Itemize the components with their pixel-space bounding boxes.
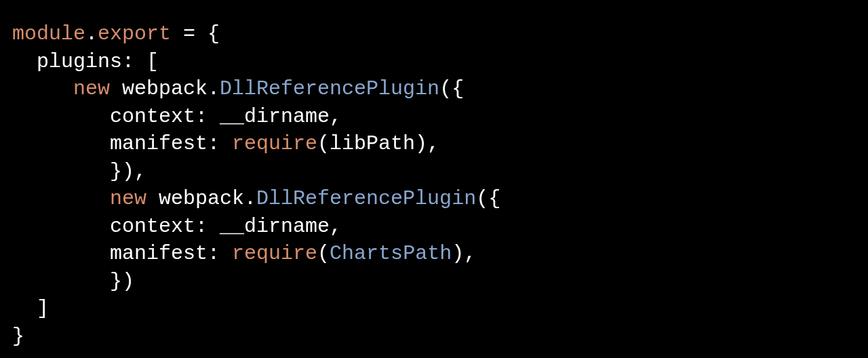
- code-token: webpack.: [110, 77, 220, 100]
- code-token: }): [12, 270, 134, 293]
- code-token: context: __dirname,: [12, 215, 342, 238]
- code-token: [12, 187, 110, 210]
- code-token: (libPath),: [317, 132, 439, 155]
- code-token: context: __dirname,: [12, 105, 342, 128]
- code-token: DllReferencePlugin: [256, 187, 476, 210]
- code-token: ),: [452, 242, 476, 265]
- code-token: module: [12, 22, 85, 45]
- code-token: plugins: [: [12, 50, 159, 73]
- code-token: manifest:: [12, 132, 232, 155]
- code-token: ({: [476, 187, 500, 210]
- code-token: require: [232, 132, 317, 155]
- code-token: export: [98, 22, 171, 45]
- code-block: module.export = { plugins: [ new webpack…: [12, 20, 856, 350]
- code-token: webpack.: [146, 187, 256, 210]
- code-token: DllReferencePlugin: [220, 77, 439, 100]
- code-token: ]: [12, 297, 49, 320]
- code-token: manifest:: [12, 242, 232, 265]
- code-token: (: [317, 242, 330, 265]
- code-token: ChartsPath: [330, 242, 452, 265]
- code-token: require: [232, 242, 317, 265]
- code-token: }),: [12, 160, 146, 183]
- code-token: ({: [439, 77, 464, 100]
- code-token: }: [12, 325, 24, 348]
- code-token: [12, 77, 73, 100]
- code-token: .: [85, 22, 98, 45]
- code-token: new: [110, 187, 146, 210]
- code-token: new: [73, 77, 110, 100]
- code-token: = {: [171, 22, 220, 45]
